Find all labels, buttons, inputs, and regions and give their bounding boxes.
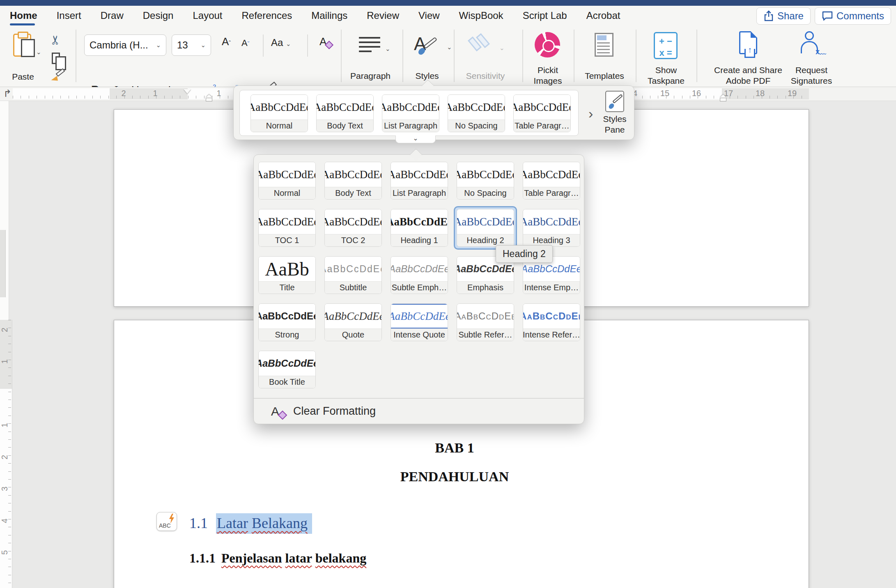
- left-indent-marker[interactable]: [206, 94, 212, 101]
- adobe-pdf-label[interactable]: Create and Share Adobe PDF: [707, 65, 789, 86]
- style-card-intense-quote[interactable]: AaBbCcDdEeIntense Quote: [391, 303, 448, 341]
- style-card-book-title[interactable]: AaBbCcDdEeBook Title: [258, 351, 316, 388]
- styles-chevron[interactable]: ⌄: [447, 44, 452, 51]
- copy-icon[interactable]: [52, 53, 60, 64]
- paragraph-label[interactable]: Paragraph: [346, 71, 395, 81]
- vertical-ruler[interactable]: 2112345: [0, 320, 12, 588]
- styles-gallery-expand-tab[interactable]: ⌄: [395, 136, 436, 143]
- style-card-subtle-emph-[interactable]: AaBbCcDdEeSubtle Emph…: [391, 256, 448, 294]
- right-indent-marker[interactable]: [720, 94, 726, 101]
- styles-icon[interactable]: A: [414, 34, 443, 58]
- misspelled-word[interactable]: Penjelasan: [221, 551, 282, 565]
- chapter-title-heading[interactable]: PENDAHULUAN: [187, 469, 722, 485]
- paste-dropdown-chevron[interactable]: ⌄: [36, 48, 41, 56]
- style-card-toc-2[interactable]: AaBbCcDdEeTOC 2: [324, 209, 382, 247]
- pickit-images-label[interactable]: Pickit Images: [529, 65, 567, 86]
- style-card-list-paragraph[interactable]: AaBbCcDdEeList Paragraph: [382, 94, 439, 132]
- style-card-label: Heading 2: [457, 234, 514, 246]
- request-signatures-label[interactable]: Request Signatures: [787, 65, 836, 86]
- quick-styles-strip: AaBbCcDdEeNormalAaBbCcDdEeBody TextAaBbC…: [239, 90, 579, 136]
- ribbon-tab-draw[interactable]: Draw: [101, 10, 124, 21]
- ruler-number: 19: [787, 89, 797, 98]
- show-taskpane-label[interactable]: Show Taskpane: [646, 65, 687, 86]
- style-sample: AaBbCcDdEe: [259, 304, 315, 328]
- ribbon-tab-acrobat[interactable]: Acrobat: [586, 10, 620, 21]
- templates-icon[interactable]: [595, 33, 613, 57]
- cut-icon[interactable]: ✂: [48, 35, 62, 45]
- font-size-value: 13: [177, 39, 188, 51]
- style-card-no-spacing[interactable]: AaBbCcDdEeNo Spacing: [448, 94, 505, 132]
- grow-font-button[interactable]: Aˆ: [222, 35, 231, 48]
- ruler-number: 16: [692, 89, 701, 98]
- ribbon-tab-mailings[interactable]: Mailings: [311, 10, 347, 21]
- style-card-table-paragr-[interactable]: AaBbCcDdEeTable Paragr…: [513, 94, 571, 132]
- expand-chevron-icon: ⌄: [413, 135, 418, 142]
- style-card-label: Emphasis: [457, 281, 514, 294]
- font-size-select[interactable]: 13⌄: [172, 34, 211, 56]
- style-card-list-paragraph[interactable]: AaBbCcDdEeList Paragraph: [391, 162, 448, 200]
- style-card-quote[interactable]: AaBbCcDdEeQuote: [324, 303, 382, 341]
- pickit-images-icon[interactable]: [535, 32, 560, 57]
- heading3-text-line[interactable]: 1.1.1Penjelasan latar belakang: [189, 551, 366, 566]
- templates-label[interactable]: Templates: [580, 71, 629, 81]
- font-name-select[interactable]: Cambria (H...⌄: [84, 34, 166, 56]
- style-card-heading-3[interactable]: AaBbCcDdEeHeading 3: [523, 209, 580, 247]
- misspelled-word[interactable]: Belakang: [252, 515, 308, 531]
- ribbon-tab-script-lab[interactable]: Script Lab: [523, 10, 567, 21]
- ribbon-tab-insert[interactable]: Insert: [57, 10, 81, 21]
- ribbon-tab-view[interactable]: View: [418, 10, 440, 21]
- comments-button[interactable]: Comments: [815, 7, 891, 25]
- more-styles-chevron[interactable]: ›: [588, 106, 593, 122]
- style-sample: AaBb: [259, 257, 315, 281]
- style-card-body-text[interactable]: AaBbCcDdEeBody Text: [316, 94, 374, 132]
- style-card-normal[interactable]: AaBbCcDdEeNormal: [250, 94, 308, 132]
- shrink-font-button[interactable]: Aˇ: [241, 38, 249, 48]
- styles-pane-label: Styles Pane: [597, 114, 632, 135]
- sensitivity-label: Sensitivity: [461, 71, 510, 81]
- clear-formatting-menu-item[interactable]: A Clear Formatting: [254, 399, 584, 424]
- style-card-strong[interactable]: AaBbCcDdEeStrong: [258, 303, 316, 341]
- ribbon-tab-home[interactable]: Home: [10, 10, 37, 21]
- first-line-indent-marker[interactable]: [184, 89, 191, 94]
- share-button[interactable]: Share: [756, 7, 811, 25]
- style-sample: AaBbCcDdEe: [523, 209, 580, 234]
- request-signatures-icon[interactable]: x﹏: [800, 31, 823, 56]
- format-painter-icon[interactable]: [51, 71, 63, 84]
- style-card-table-paragr-[interactable]: AaBbCcDdEeTable Paragr…: [523, 162, 580, 200]
- misspelled-word[interactable]: Latar: [217, 515, 248, 531]
- ribbon-tab-references[interactable]: References: [242, 10, 292, 21]
- autocorrect-options-button[interactable]: ABC: [156, 512, 177, 531]
- style-sample: AaBbCcDdEe: [325, 209, 381, 234]
- paragraph-icon[interactable]: [359, 37, 380, 53]
- paragraph-chevron[interactable]: ⌄: [385, 45, 391, 53]
- clear-formatting-button[interactable]: A: [319, 35, 326, 48]
- change-case-button[interactable]: Aa ⌄: [271, 37, 291, 48]
- chapter-heading[interactable]: BAB 1: [187, 440, 722, 456]
- style-sample: AaBbCcDdEe: [325, 304, 381, 328]
- heading2-text-line[interactable]: 1.1Latar Belakang: [189, 514, 312, 532]
- ribbon-tab-layout[interactable]: Layout: [193, 10, 222, 21]
- style-card-no-spacing[interactable]: AaBbCcDdEeNo Spacing: [457, 162, 514, 200]
- clear-formatting-label: Clear Formatting: [293, 405, 376, 418]
- selected-heading-text[interactable]: Latar Belakang: [216, 513, 312, 534]
- style-card-normal[interactable]: AaBbCcDdEeNormal: [258, 162, 316, 200]
- tab-selector-icon[interactable]: ↱: [3, 88, 11, 99]
- misspelled-word[interactable]: belakang: [315, 551, 366, 565]
- style-card-subtle-refer-[interactable]: AaBbCcDdEeSubtle Refer…: [457, 303, 514, 341]
- style-card-title[interactable]: AaBbTitle: [258, 256, 316, 294]
- style-card-intense-refer-[interactable]: AaBbCcDdEeIntense Refer…: [523, 303, 580, 341]
- share-label: Share: [777, 10, 804, 22]
- style-card-subtitle[interactable]: AaBbCcDdEeSubtitle: [324, 256, 382, 294]
- styles-pane-button[interactable]: Styles Pane: [597, 90, 632, 135]
- ribbon-tab-design[interactable]: Design: [143, 10, 174, 21]
- adobe-pdf-icon[interactable]: ↑: [739, 31, 757, 54]
- style-card-heading-1[interactable]: AaBbCcDdEeHeading 1: [391, 209, 448, 247]
- style-card-body-text[interactable]: AaBbCcDdEeBody Text: [324, 162, 382, 200]
- misspelled-word[interactable]: latar: [285, 551, 312, 565]
- ribbon-tab-wispbook[interactable]: WispBook: [459, 10, 503, 21]
- style-sample: AaBbCcDdEe: [391, 209, 448, 234]
- style-card-toc-1[interactable]: AaBbCcDdEeTOC 1: [258, 209, 316, 247]
- style-card-heading-2[interactable]: AaBbCcDdEeHeading 2: [457, 209, 514, 247]
- ribbon-tab-review[interactable]: Review: [367, 10, 399, 21]
- show-taskpane-icon[interactable]: + − x =: [654, 32, 678, 59]
